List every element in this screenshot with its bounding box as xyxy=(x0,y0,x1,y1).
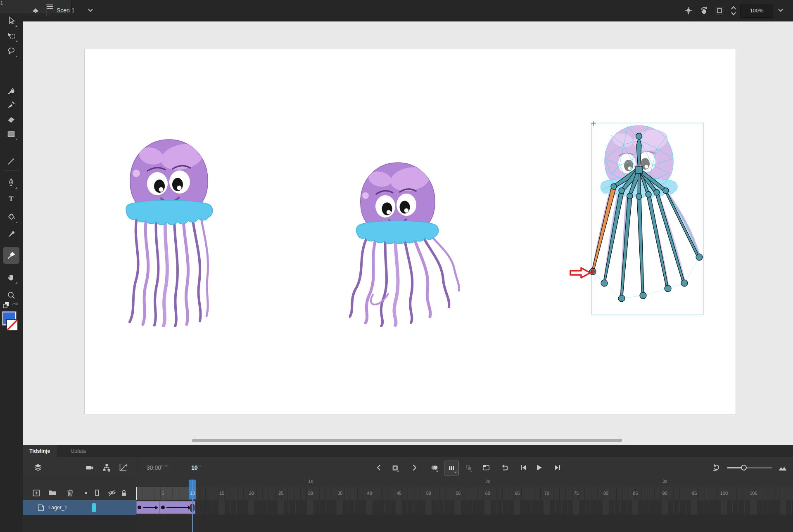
symbol-clover-icon[interactable]: ♣ xyxy=(31,6,40,16)
seconds-label: 3s xyxy=(662,479,667,484)
frame-view-button[interactable] xyxy=(777,461,788,474)
reset-timeline-zoom-button[interactable] xyxy=(711,461,722,474)
frame-number: 95 xyxy=(692,491,697,496)
fps-value: 30.00 xyxy=(147,464,161,471)
scene-chevron-icon[interactable] xyxy=(88,8,93,12)
layer-list: Lager_1 xyxy=(23,477,136,532)
clip-content-icon[interactable] xyxy=(715,6,724,16)
play-button[interactable] xyxy=(534,461,544,474)
default-colors-icon[interactable] xyxy=(2,301,11,310)
panel-tab-bar: Tidslinje Utdata xyxy=(23,445,793,457)
jellyfish-middle[interactable] xyxy=(349,158,461,327)
swap-colors-icon[interactable] xyxy=(11,301,20,310)
transform-origin-cross xyxy=(591,121,596,126)
keyframe-dot[interactable] xyxy=(161,506,165,509)
divider xyxy=(46,5,47,17)
lock-layers-toggle[interactable] xyxy=(119,488,129,498)
zoom-stepper-icon[interactable] xyxy=(730,5,737,17)
classic-brush-tool[interactable] xyxy=(3,97,19,113)
delete-layer-button[interactable] xyxy=(65,488,75,498)
edit-multiple-frames-button[interactable] xyxy=(463,461,474,474)
canvas-horizontal-scrollbar[interactable] xyxy=(192,439,622,442)
keyframe-dot[interactable] xyxy=(138,506,141,509)
timeline-seconds-ruler: 1s2s3s xyxy=(136,477,793,487)
no-color-swatch[interactable] xyxy=(6,319,19,331)
camera-button[interactable] xyxy=(84,461,95,474)
timeline-zoom-slider-track[interactable] xyxy=(727,467,772,468)
graph-editor-button[interactable] xyxy=(118,461,128,474)
layer-list-empty[interactable] xyxy=(23,515,136,532)
divider xyxy=(4,80,19,80)
parenting-view-button[interactable] xyxy=(101,461,112,474)
highlight-layers-toggle[interactable] xyxy=(81,488,91,498)
new-layer-button[interactable] xyxy=(31,488,41,498)
timeline-zoom-slider-knob[interactable] xyxy=(741,465,747,471)
lasso-tool[interactable] xyxy=(3,43,19,59)
fluid-brush-tool[interactable] xyxy=(3,82,19,99)
frame-number: 45 xyxy=(396,491,401,496)
tab-utdata[interactable]: Utdata xyxy=(64,445,93,457)
onion-skin-outlines-button[interactable] xyxy=(444,461,459,475)
tools-panel: T xyxy=(0,21,23,532)
jellyfish-rigged[interactable] xyxy=(586,120,710,322)
step-back-button[interactable] xyxy=(518,461,529,474)
frame-number: 5 xyxy=(161,491,164,496)
layers-icon[interactable] xyxy=(33,461,43,474)
timeline-frame-ruler[interactable]: 5152025303540455055606570758085909510010… xyxy=(136,487,793,500)
frame-number: 85 xyxy=(633,491,638,496)
insert-keyframe-button[interactable] xyxy=(390,461,401,474)
next-keyframe-button[interactable] xyxy=(409,461,420,474)
zoom-dropdown-icon[interactable] xyxy=(778,8,784,12)
animate-app-window: 1 ♣ Scen 1 100% xyxy=(0,0,793,532)
hand-tool[interactable] xyxy=(3,269,19,286)
fps-display[interactable]: 30.00FPS xyxy=(147,464,169,471)
frame-number: 60 xyxy=(485,491,490,496)
zoom-level-input[interactable]: 100% xyxy=(740,4,773,18)
previous-keyframe-button[interactable] xyxy=(374,461,385,474)
seconds-label: 2s xyxy=(485,479,490,484)
current-frame-display[interactable]: 10 F xyxy=(191,464,202,471)
frames-empty-area[interactable] xyxy=(136,515,793,532)
frame-number: 65 xyxy=(515,491,520,496)
frame-number: 105 xyxy=(750,491,757,496)
eraser-tool[interactable] xyxy=(3,111,19,128)
step-forward-button[interactable] xyxy=(552,461,563,474)
timeline-frames-area[interactable]: 1s2s3s 515202530354045505560657075808590… xyxy=(136,477,793,532)
new-folder-button[interactable] xyxy=(47,488,57,498)
onion-skin-button[interactable] xyxy=(429,461,440,474)
seconds-label: 1s xyxy=(308,479,313,484)
playhead-line xyxy=(192,480,193,532)
pen-tool[interactable] xyxy=(3,174,19,191)
rotate-view-icon[interactable] xyxy=(699,6,709,16)
create-loop-range-button[interactable] xyxy=(481,461,491,474)
red-pointer-arrow xyxy=(569,267,591,279)
subselection-transform-tool[interactable] xyxy=(3,28,19,44)
frame-number: 70 xyxy=(544,491,549,496)
line-tool[interactable] xyxy=(3,153,19,170)
svg-text:T: T xyxy=(9,195,14,203)
frame-number: 80 xyxy=(603,491,608,496)
divider xyxy=(4,170,19,171)
rectangle-tool[interactable] xyxy=(3,126,19,142)
paint-bucket-tool[interactable] xyxy=(3,209,19,225)
loop-playback-button[interactable] xyxy=(499,461,510,474)
eyedropper-tool[interactable] xyxy=(3,226,19,243)
selection-tool[interactable] xyxy=(3,12,19,29)
center-stage-icon[interactable] xyxy=(684,6,693,16)
layer-name: Lager_1 xyxy=(48,505,67,511)
armature-hub[interactable] xyxy=(635,167,643,173)
frame-number: 55 xyxy=(456,491,461,496)
frame-number: 35 xyxy=(337,491,342,496)
layer-frames-row[interactable] xyxy=(136,500,793,515)
outline-view-toggle[interactable] xyxy=(92,488,102,498)
tween-arrow xyxy=(143,507,155,508)
asset-warp-tool[interactable] xyxy=(3,247,19,264)
show-hide-layers-toggle[interactable] xyxy=(107,488,117,498)
fps-unit: FPS xyxy=(161,464,169,468)
text-tool[interactable]: T xyxy=(3,190,19,207)
layer-row[interactable]: Lager_1 xyxy=(23,500,136,515)
scene-name[interactable]: Scen 1 xyxy=(57,0,75,21)
jellyfish-left[interactable] xyxy=(121,135,216,327)
layer-color-chip[interactable] xyxy=(92,503,96,512)
tab-tidslinje[interactable]: Tidslinje xyxy=(23,445,57,457)
